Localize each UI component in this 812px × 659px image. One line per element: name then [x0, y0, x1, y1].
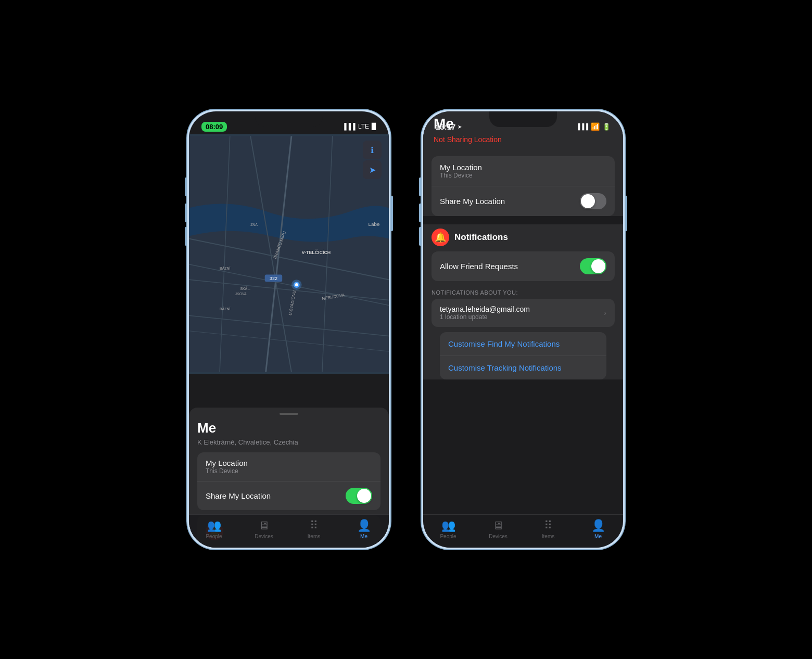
my-location-text-2: My Location This Device: [440, 163, 482, 179]
share-location-label-2: Share My Location: [440, 197, 505, 206]
tab-bar-2: 👥 People 🖥 Devices ⠿ Items 👤 Me: [423, 514, 623, 548]
not-sharing-label: Not Sharing Location: [423, 134, 623, 150]
me-subtitle-1: K Elektrárně, Chvaletice, Czechia: [197, 438, 380, 446]
tab-people-label-1: People: [206, 534, 222, 539]
location-button[interactable]: ➤: [363, 160, 382, 179]
email-row[interactable]: tetyana.leheida@gmail.com 1 location upd…: [432, 299, 615, 327]
email-address: tetyana.leheida@gmail.com: [440, 305, 530, 313]
map-buttons: ℹ ➤: [363, 141, 382, 179]
location-arrow-status: ➤: [458, 124, 462, 130]
this-device-sub-2: This Device: [440, 172, 482, 179]
tab-people-1[interactable]: 👥 People: [189, 519, 239, 539]
phone-1-screen: 08:09 ▐▐▐ LTE ▉: [189, 111, 389, 548]
allow-friend-toggle-knob: [591, 259, 605, 273]
allow-friend-toggle[interactable]: [580, 258, 606, 274]
tab-people-label-2: People: [440, 534, 456, 539]
battery-icon: ▉: [372, 123, 376, 130]
share-location-toggle-1[interactable]: [346, 488, 372, 504]
bell-icon: 🔔: [435, 232, 446, 243]
signal-icon-2: ▐▐▐: [576, 123, 588, 130]
my-location-row-1: My Location This Device: [197, 452, 380, 481]
me-icon-2: 👤: [591, 519, 605, 533]
tab-bar-1: 👥 People 🖥 Devices ⠿ Items 👤 Me: [189, 514, 389, 548]
customise-tracking-button[interactable]: Customise Tracking Notifications: [440, 356, 606, 379]
svg-text:V-TELČICÍCH: V-TELČICÍCH: [302, 249, 331, 255]
share-location-label-1: Share My Location: [206, 491, 271, 500]
tab-items-2[interactable]: ⠿ Items: [523, 519, 573, 539]
wifi-icon: 📶: [591, 122, 600, 131]
tab-items-1[interactable]: ⠿ Items: [289, 519, 339, 539]
my-location-title-2: My Location: [440, 163, 482, 172]
notif-header: 🔔 Notifications: [432, 229, 615, 246]
email-info: tetyana.leheida@gmail.com 1 location upd…: [440, 305, 530, 321]
notif-about-label: NOTIFICATIONS ABOUT YOU:: [432, 287, 615, 299]
map-view: 322 BRANČŮ-MÍRU U-STADIONU NERUDOVA JKOV…: [189, 134, 389, 374]
tab-devices-2[interactable]: 🖥 Devices: [473, 519, 523, 539]
me-icon-1: 👤: [357, 519, 371, 533]
notch-1: [255, 111, 323, 127]
my-location-label-1: My Location: [206, 459, 248, 467]
svg-text:BÁZNÍ: BÁZNÍ: [220, 266, 230, 270]
location-updates-label: 1 location update: [440, 313, 530, 321]
devices-icon-1: 🖥: [258, 519, 270, 533]
notch-2: [489, 111, 557, 127]
svg-rect-0: [189, 136, 389, 372]
svg-text:SKÁ...: SKÁ...: [240, 286, 250, 290]
signal-icon: ▐▐▐: [342, 123, 356, 130]
tab-people-2[interactable]: 👥 People: [423, 519, 473, 539]
links-card: Customise Find My Notifications Customis…: [440, 332, 606, 379]
toggle-knob-1: [357, 489, 371, 503]
tab-me-label-2: Me: [594, 534, 602, 539]
items-icon-2: ⠿: [544, 519, 552, 533]
map-svg: 322 BRANČŮ-MÍRU U-STADIONU NERUDOVA JKOV…: [189, 134, 389, 374]
tab-items-label-2: Items: [542, 534, 554, 539]
items-icon-1: ⠿: [310, 519, 318, 533]
lte-label: LTE: [358, 123, 369, 130]
phone-1: 08:09 ▐▐▐ LTE ▉: [187, 110, 390, 549]
sheet-handle-1: [280, 413, 298, 415]
location-card-2: My Location This Device Share My Locatio…: [432, 156, 615, 216]
tab-items-label-1: Items: [308, 534, 320, 539]
location-arrow-icon: ➤: [369, 165, 376, 175]
location-section-2: My Location This Device Share My Locatio…: [423, 154, 623, 216]
svg-text:322: 322: [270, 276, 277, 281]
tab-devices-label-2: Devices: [489, 534, 508, 539]
devices-icon-2: 🖥: [492, 519, 504, 533]
tab-devices-1[interactable]: 🖥 Devices: [239, 519, 289, 539]
notifications-section: 🔔 Notifications Allow Friend Requests NO…: [423, 224, 623, 379]
toggle-knob-2: [581, 194, 595, 208]
status-time-1: 08:09: [201, 122, 227, 132]
allow-friend-card: Allow Friend Requests: [432, 251, 615, 281]
svg-text:JKOVA: JKOVA: [235, 292, 247, 296]
battery-icon-2: 🔋: [602, 123, 611, 131]
share-location-toggle-2[interactable]: [580, 193, 606, 209]
tab-me-label-1: Me: [360, 534, 367, 539]
scroll-spacer: [423, 388, 623, 429]
tab-me-2[interactable]: 👤 Me: [573, 519, 623, 539]
this-device-label-1: This Device: [206, 467, 248, 475]
chevron-right-icon: ›: [604, 309, 606, 317]
notifications-title: Notifications: [454, 232, 508, 243]
info-icon: ℹ: [371, 145, 374, 155]
svg-text:BÁZNÍ: BÁZNÍ: [220, 307, 230, 311]
status-icons-2: ▐▐▐ 📶 🔋: [576, 122, 611, 131]
share-location-row-1: Share My Location: [197, 481, 380, 510]
tab-me-1[interactable]: 👤 Me: [339, 519, 389, 539]
info-button[interactable]: ℹ: [363, 141, 382, 159]
people-icon-1: 👥: [207, 519, 221, 533]
phone-2-screen: 13:17 ➤ ▐▐▐ 📶 🔋 ‹ Search Me Not Sharing …: [423, 111, 623, 548]
people-icon-2: 👥: [441, 519, 455, 533]
status-time-2: 13:17: [436, 122, 455, 131]
tab-devices-label-1: Devices: [255, 534, 273, 539]
phone-2: 13:17 ➤ ▐▐▐ 📶 🔋 ‹ Search Me Not Sharing …: [422, 110, 625, 549]
svg-text:Labe: Labe: [369, 221, 380, 227]
location-card-1: My Location This Device Share My Locatio…: [197, 452, 380, 510]
allow-friend-row: Allow Friend Requests: [432, 251, 615, 281]
customise-findmy-button[interactable]: Customise Find My Notifications: [440, 332, 606, 356]
status-icons-1: ▐▐▐ LTE ▉: [342, 123, 376, 130]
allow-friend-label: Allow Friend Requests: [440, 262, 518, 271]
my-location-row-2: My Location This Device: [432, 156, 615, 186]
svg-text:ZNA: ZNA: [250, 223, 258, 226]
svg-point-14: [295, 283, 298, 286]
status-left-2: 13:17 ➤: [436, 122, 462, 131]
